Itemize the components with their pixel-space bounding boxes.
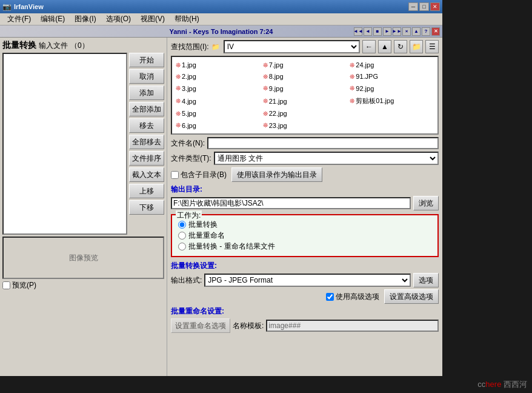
- filename-input[interactable]: [207, 137, 439, 149]
- file-icon-9: ❊: [263, 85, 268, 92]
- include-subdirs-checkbox[interactable]: [171, 171, 179, 179]
- watermark-cc: cc: [477, 380, 485, 389]
- file-icon-91: ❊: [350, 73, 354, 80]
- file-icon-2: ❊: [176, 73, 181, 80]
- titlebar: 📷 IrfanView ─ □ ✕: [0, 0, 442, 13]
- load-text-button[interactable]: 截入文本: [129, 167, 164, 182]
- prev-prev-btn[interactable]: ◄◄: [354, 27, 362, 36]
- file-item-4[interactable]: ❊4.jpg: [175, 95, 261, 107]
- file-item-21[interactable]: ❊21.jpg: [262, 95, 348, 107]
- menu-options[interactable]: 选项(O): [101, 13, 136, 25]
- browse-button[interactable]: 浏览: [413, 196, 439, 210]
- close-media-btn[interactable]: ✕: [431, 27, 440, 36]
- add-button[interactable]: 添加: [129, 86, 164, 100]
- file-item-24[interactable]: ❊24.jpg: [348, 59, 435, 70]
- file-item-91[interactable]: ❊91.JPG: [348, 71, 435, 82]
- menu-help[interactable]: 帮助(H): [170, 13, 204, 25]
- remove-all-button[interactable]: 全部移去: [129, 135, 164, 149]
- prev-btn[interactable]: ◄: [364, 27, 372, 36]
- menubar: 文件(F) 编辑(E) 图像(I) 选项(O) 视图(V) 帮助(H): [0, 13, 442, 25]
- file-item-clipboard[interactable]: ❊剪贴板01.jpg: [348, 95, 435, 107]
- set-advanced-btn[interactable]: 设置高级选项: [384, 289, 439, 304]
- file-list-box: [2, 53, 127, 235]
- preview-checkbox[interactable]: [2, 281, 10, 289]
- name-template-input[interactable]: [266, 320, 439, 332]
- shuffle-btn[interactable]: ▲: [412, 27, 421, 36]
- file-icon-22: ❊: [263, 110, 268, 117]
- start-button[interactable]: 开始: [129, 53, 164, 67]
- filename-label: 文件名(N):: [171, 138, 205, 149]
- app-title: IrfanView: [14, 3, 44, 10]
- search-range-combo[interactable]: IV: [224, 40, 360, 53]
- file-icon-23: ❊: [263, 122, 268, 129]
- file-item-6[interactable]: ❊6.jpg: [175, 120, 261, 131]
- file-item-9[interactable]: ❊9.jpg: [262, 83, 348, 94]
- set-rename-btn[interactable]: 设置重命名选项: [171, 318, 230, 333]
- menu-file[interactable]: 文件(F): [2, 13, 36, 25]
- watermark: cchere 西西河: [477, 379, 527, 390]
- output-dir-section: 输出目录: 浏览: [171, 184, 439, 210]
- file-icon-21: ❊: [263, 98, 268, 104]
- stop-btn[interactable]: ■: [373, 27, 382, 36]
- minimize-button[interactable]: ─: [408, 2, 418, 11]
- radio-batch-convert[interactable]: [178, 221, 186, 229]
- next-btn[interactable]: ►►: [393, 27, 401, 36]
- file-icon-1: ❊: [176, 62, 181, 69]
- file-item-23[interactable]: ❊23.jpg: [262, 120, 348, 131]
- work-mode-title: 工作为:: [176, 210, 202, 221]
- help-media-btn[interactable]: ?: [422, 27, 430, 36]
- file-item-22[interactable]: ❊22.jpg: [262, 108, 348, 119]
- add-all-button[interactable]: 全部添加: [129, 102, 164, 116]
- nav-folder-btn[interactable]: 📁: [410, 40, 423, 53]
- right-panel: 查找范围(I): 📁 IV ← ▲ ↻ 📁 ☰ ❊1.jpg ❊7.jpg ❊2…: [167, 38, 442, 376]
- file-icon-24: ❊: [350, 62, 354, 69]
- preview-label: 图像预览: [69, 253, 98, 263]
- radio-convert-rename[interactable]: [178, 243, 186, 250]
- file-item-7[interactable]: ❊7.jpg: [262, 59, 348, 70]
- file-item-2[interactable]: ❊2.jpg: [175, 71, 261, 82]
- nav-view-btn[interactable]: ☰: [425, 40, 439, 53]
- radio-batch-rename[interactable]: [178, 232, 186, 240]
- preview-checkbox-label: 预览(P): [12, 280, 36, 291]
- cancel-button[interactable]: 取消: [129, 69, 164, 84]
- preview-section: 图像预览 预览(P): [2, 237, 164, 291]
- left-panel: 批量转换 输入文件 （0） 开始 取消 添加 全部添加 移去 全部移去 文件排序…: [0, 38, 167, 376]
- format-combo[interactable]: JPG - JPEG Format: [204, 274, 411, 287]
- black-right-panel: [442, 0, 532, 376]
- nav-up-btn[interactable]: ▲: [378, 40, 391, 53]
- move-down-button[interactable]: 下移: [129, 200, 164, 215]
- menu-image[interactable]: 图像(I): [70, 13, 101, 25]
- radio-rename-row: 批量重命名: [178, 230, 431, 241]
- file-item-5[interactable]: ❊5.jpg: [175, 108, 261, 119]
- remove-button[interactable]: 移去: [129, 118, 164, 133]
- use-as-output-btn[interactable]: 使用该目录作为输出目录: [231, 167, 322, 182]
- file-item-1[interactable]: ❊1.jpg: [175, 59, 261, 70]
- filetype-label: 文件类型(T):: [171, 153, 211, 164]
- output-dir-input[interactable]: [171, 197, 411, 209]
- file-item-3[interactable]: ❊3.jpg: [175, 83, 261, 94]
- move-up-button[interactable]: 上移: [129, 184, 164, 198]
- options-button[interactable]: 选项: [413, 273, 439, 287]
- menu-edit[interactable]: 编辑(E): [36, 13, 70, 25]
- repeat-btn[interactable]: ×: [402, 27, 411, 36]
- sort-button[interactable]: 文件排序: [129, 151, 164, 166]
- watermark-here: here: [485, 380, 501, 389]
- include-subdirs-label: 包含子目录(B): [181, 170, 227, 180]
- filetype-combo[interactable]: 通用图形 文件: [214, 152, 439, 165]
- nav-back-btn[interactable]: ←: [362, 40, 376, 53]
- use-advanced-checkbox[interactable]: [326, 293, 334, 301]
- file-item-8[interactable]: ❊8.jpg: [262, 71, 348, 82]
- rename-row: 设置重命名选项 名称模板:: [171, 318, 439, 333]
- use-advanced-label: 使用高级选项: [336, 292, 379, 302]
- radio-convert-row: 批量转换: [178, 220, 431, 230]
- output-format-label: 输出格式:: [171, 275, 202, 286]
- close-button[interactable]: ✕: [430, 2, 440, 11]
- menu-view[interactable]: 视图(V): [136, 13, 170, 25]
- file-item-92[interactable]: ❊92.jpg: [348, 83, 435, 94]
- black-bottom-bar: cchere 西西河: [0, 376, 532, 393]
- file-icon-clipboard: ❊: [350, 98, 354, 104]
- maximize-button[interactable]: □: [419, 2, 429, 11]
- nowplaying-bar: Yanni - Keys To Imagination 7:24 ◄◄ ◄ ■ …: [0, 25, 442, 38]
- nav-refresh-btn[interactable]: ↻: [394, 40, 407, 53]
- play-btn[interactable]: ►: [383, 27, 391, 36]
